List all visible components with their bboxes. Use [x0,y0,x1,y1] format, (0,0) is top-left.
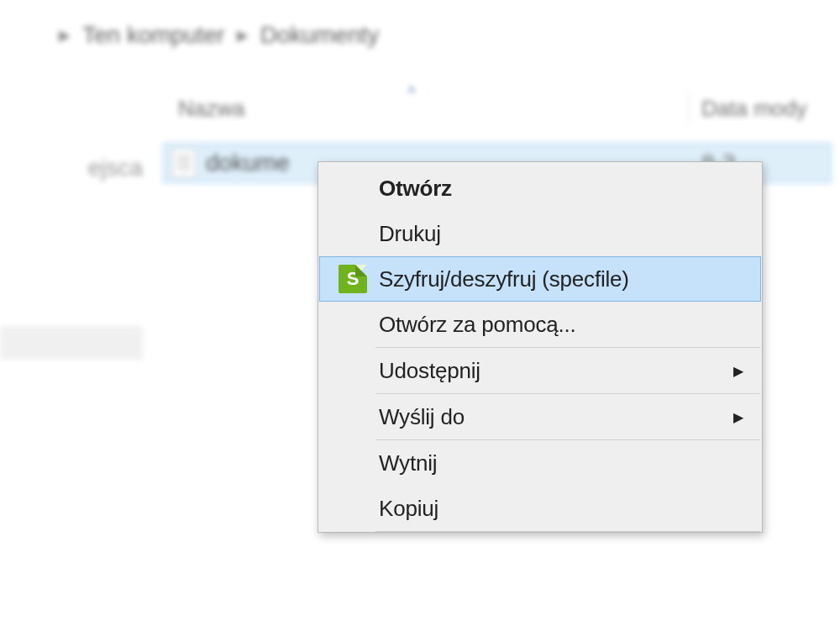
menu-item-specfile-encrypt[interactable]: S Szyfruj/deszyfruj (specfile) [319,256,761,302]
breadcrumb[interactable]: ▶ Ten komputer ▶ Dokumenty [59,22,379,49]
menu-label: Szyfruj/deszyfruj (specfile) [375,266,760,292]
breadcrumb-item-computer[interactable]: Ten komputer [82,22,225,49]
menu-label: Otwórz [375,176,760,202]
menu-label: Kopiuj [375,496,760,522]
menu-item-open[interactable]: Otwórz [320,166,760,211]
menu-item-copy[interactable]: Kopiuj [320,486,760,531]
sidebar-placeholder [0,326,143,360]
menu-label: Wyślij do [375,404,760,430]
context-menu: Otwórz Drukuj S Szyfruj/deszyfruj (specf… [318,161,763,533]
column-header-name[interactable]: Nazwa [178,96,244,121]
menu-item-send-to[interactable]: Wyślij do ▶ [320,394,760,439]
menu-item-share[interactable]: Udostępnij ▶ [320,348,760,393]
submenu-arrow-icon: ▶ [733,363,743,379]
chevron-right-icon: ▶ [59,26,71,45]
chevron-right-icon: ▶ [237,26,249,45]
column-header-date[interactable]: Data mody [701,96,807,122]
submenu-arrow-icon: ▶ [733,409,743,425]
menu-item-print[interactable]: Drukuj [320,211,760,256]
column-divider [689,92,690,125]
menu-label: Udostępnij [375,358,760,384]
column-headers: ▲ Nazwa Data mody [178,87,840,129]
menu-label: Otwórz za pomocą... [375,312,760,338]
menu-label: Drukuj [375,221,760,247]
breadcrumb-item-documents[interactable]: Dokumenty [260,22,380,49]
sidebar-item-places[interactable]: ejsca [0,148,143,188]
menu-label: Wytnij [375,450,760,476]
menu-item-open-with[interactable]: Otwórz za pomocą... [320,302,760,347]
document-file-icon [172,149,196,177]
menu-separator [375,531,760,532]
specfile-icon: S [339,265,367,293]
sort-ascending-icon: ▲ [405,81,418,96]
menu-item-cut[interactable]: Wytnij [320,440,760,486]
